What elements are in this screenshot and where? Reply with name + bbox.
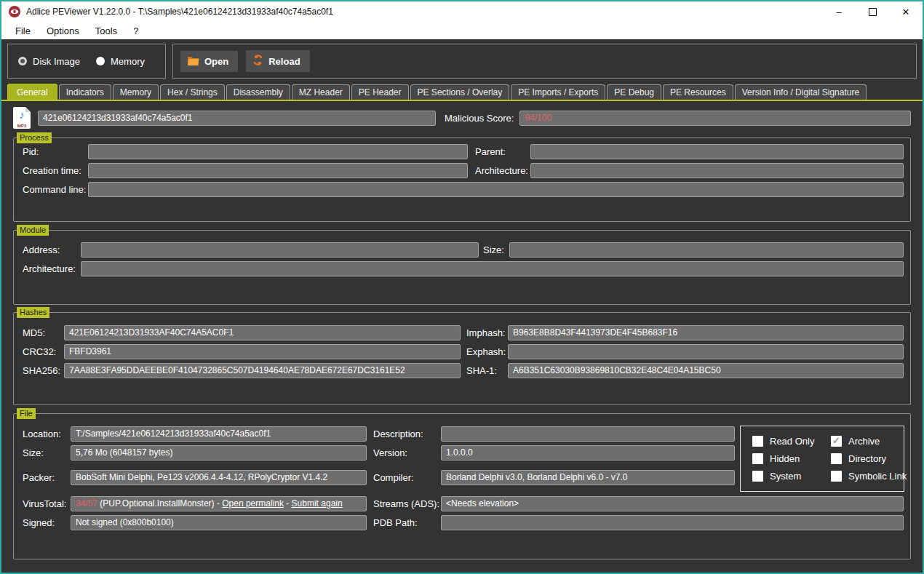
version-label: Version: [373, 447, 441, 458]
radio-memory[interactable]: Memory [96, 56, 145, 67]
module-size-field[interactable] [509, 242, 904, 258]
tab-hex-strings[interactable]: Hex / Strings [160, 84, 225, 100]
mp3-file-icon: ♪ MP3 [13, 107, 31, 129]
open-permalink-link[interactable]: Open permalink [222, 498, 284, 509]
checkbox-icon [752, 471, 763, 482]
creation-time-field[interactable] [88, 163, 468, 178]
compiler-label: Compiler: [373, 472, 441, 483]
checkbox-directory[interactable]: Directory [831, 453, 907, 464]
sha1-field[interactable]: A6B351C63030B93869810CB32E48C4E04A15BC50 [508, 363, 904, 378]
command-line-label: Command line: [23, 184, 88, 195]
radio-disk-image[interactable]: Disk Image [18, 56, 80, 67]
parent-field[interactable] [530, 144, 904, 159]
menu-file[interactable]: File [7, 25, 39, 36]
virustotal-field[interactable]: 34/57 (PUP.Optional.InstallMonster) - Op… [71, 496, 367, 511]
command-line-field[interactable] [88, 182, 904, 197]
address-label: Address: [23, 244, 81, 255]
checkbox-system-label: System [770, 471, 801, 482]
minimize-button[interactable]: – [822, 1, 856, 22]
maximize-button[interactable] [856, 1, 889, 22]
checkbox-icon [831, 453, 842, 464]
file-attributes-panel: Read Only Hidden System Archive Director… [740, 426, 904, 492]
checkbox-symbolic-link[interactable]: Symbolic Link [831, 471, 907, 482]
pid-field[interactable] [88, 144, 468, 159]
main-panel: Disk Image Memory Open [1, 39, 923, 573]
tab-pe-sections-overlay[interactable]: PE Sections / Overlay [410, 84, 510, 100]
tab-mz-header[interactable]: MZ Header [292, 84, 350, 100]
tab-pe-imports-exports[interactable]: PE Imports / Exports [511, 84, 605, 100]
open-folder-icon [187, 55, 199, 68]
location-field[interactable]: T:/Samples/421e06124213d31933af40c74a5ac… [71, 426, 367, 442]
description-field[interactable] [441, 426, 735, 442]
tab-pe-header[interactable]: PE Header [351, 84, 409, 100]
menu-tools[interactable]: Tools [87, 25, 125, 36]
tab-disassembly[interactable]: Disassembly [226, 84, 290, 100]
close-button[interactable]: ✕ [889, 1, 923, 22]
reload-button[interactable]: Reload [246, 50, 309, 72]
virustotal-score: 34/57 [76, 498, 97, 509]
exphash-field[interactable] [508, 344, 904, 359]
tab-general[interactable]: General [7, 84, 57, 100]
submit-again-link[interactable]: Submit again [292, 498, 343, 509]
radio-unselected-icon [96, 57, 105, 65]
sha1-label: SHA-1: [466, 365, 508, 376]
checkbox-symbolic-link-label: Symbolic Link [848, 471, 907, 482]
file-group-title: File [17, 408, 36, 419]
virustotal-label: VirusTotal: [23, 498, 71, 509]
module-group: Module Address: Size: Architecture: [13, 230, 911, 305]
location-label: Location: [23, 428, 71, 439]
module-architecture-label: Architecture: [23, 263, 81, 274]
tab-memory[interactable]: Memory [113, 84, 159, 100]
pid-label: Pid: [23, 146, 88, 157]
menu-options[interactable]: Options [39, 25, 87, 36]
tab-indicators[interactable]: Indicators [59, 84, 111, 100]
imphash-field[interactable]: B963E8B8D43F4413973DE4F45B683F16 [508, 325, 904, 340]
radio-selected-icon [18, 57, 27, 65]
process-architecture-label: Architecture: [475, 165, 530, 176]
packer-field[interactable]: BobSoft Mini Delphi, Pe123 v2006.4.4-4.1… [71, 470, 367, 485]
module-architecture-field[interactable] [81, 261, 904, 276]
tab-pe-resources[interactable]: PE Resources [663, 84, 733, 100]
process-architecture-field[interactable] [530, 163, 904, 178]
packer-label: Packer: [23, 472, 71, 483]
window-title: Adlice PEViewer V1.22.0.0 - T:\Samples\4… [26, 7, 333, 17]
checkbox-hidden[interactable]: Hidden [752, 453, 831, 464]
source-mode-group: Disk Image Memory [7, 44, 166, 79]
virustotal-detection: (PUP.Optional.InstallMonster) - [97, 498, 222, 509]
titlebar: Adlice PEViewer V1.22.0.0 - T:\Samples\4… [1, 1, 923, 22]
crc32-label: CRC32: [23, 346, 64, 357]
filename-field[interactable]: 421e06124213d31933af40c74a5ac0f1 [38, 111, 436, 126]
parent-label: Parent: [475, 146, 530, 157]
signed-field[interactable]: Not signed (0x800b0100) [71, 515, 367, 530]
checkbox-archive[interactable]: Archive [831, 436, 907, 447]
tab-pe-debug[interactable]: PE Debug [607, 84, 661, 100]
sha256-field[interactable]: 7AA88E3FA95DDAEEBE0F4104732865C507D41946… [64, 363, 461, 378]
checkbox-read-only-label: Read Only [770, 436, 814, 447]
window-controls: – ✕ [822, 1, 923, 22]
app-logo-icon [9, 6, 20, 17]
sha256-label: SHA256: [23, 365, 64, 376]
pdb-path-field[interactable] [441, 515, 904, 530]
md5-label: MD5: [23, 327, 64, 338]
file-group: File Location: T:/Samples/421e06124213d3… [13, 413, 911, 559]
checkbox-icon [752, 453, 763, 464]
app-window: Adlice PEViewer V1.22.0.0 - T:\Samples\4… [0, 0, 924, 574]
compiler-field[interactable]: Borland Delphi v3.0, Borland Delphi v6.0… [441, 470, 735, 485]
file-header-row: ♪ MP3 421e06124213d31933af40c74a5ac0f1 M… [13, 106, 911, 129]
version-field[interactable]: 1.0.0.0 [441, 445, 735, 461]
hashes-group: Hashes MD5: 421E06124213D31933AF40C74A5A… [13, 312, 911, 405]
open-button[interactable]: Open [180, 51, 238, 72]
description-label: Description: [373, 428, 441, 439]
file-size-field[interactable]: 5,76 Mo (6048157 bytes) [71, 445, 367, 461]
menu-help[interactable]: ? [125, 25, 146, 36]
checkbox-icon [752, 436, 763, 447]
malicious-score-field[interactable]: 94/100 [519, 111, 911, 126]
checkbox-system[interactable]: System [752, 471, 831, 482]
tab-version-info-digital-signature[interactable]: Version Info / Digital Signature [735, 84, 867, 100]
streams-field[interactable]: <Needs elevation> [441, 496, 904, 511]
signed-label: Signed: [23, 517, 71, 528]
crc32-field[interactable]: FBFD3961 [64, 344, 461, 359]
checkbox-read-only[interactable]: Read Only [752, 436, 831, 447]
md5-field[interactable]: 421E06124213D31933AF40C74A5AC0F1 [64, 325, 461, 340]
address-field[interactable] [81, 242, 479, 258]
